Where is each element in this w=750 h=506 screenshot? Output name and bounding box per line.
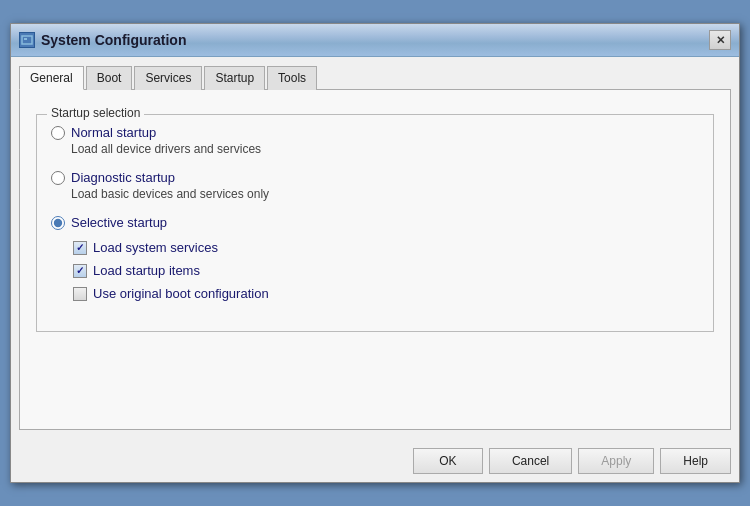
load-startup-items-label: Load startup items [93, 263, 200, 278]
use-original-boot-row: Use original boot configuration [73, 286, 699, 301]
close-button[interactable]: ✕ [709, 30, 731, 50]
window-title: System Configuration [41, 32, 186, 48]
tab-services[interactable]: Services [134, 66, 202, 90]
diagnostic-startup-desc: Load basic devices and services only [71, 187, 699, 201]
selective-sub-options: Load system services Load startup items … [73, 240, 699, 301]
diagnostic-startup-label: Diagnostic startup [71, 170, 175, 185]
diagnostic-startup-row: Diagnostic startup [51, 170, 699, 185]
title-bar-left: System Configuration [19, 32, 186, 48]
load-system-services-checkbox[interactable] [73, 241, 87, 255]
load-system-services-row: Load system services [73, 240, 699, 255]
cancel-button[interactable]: Cancel [489, 448, 572, 474]
use-original-boot-checkbox[interactable] [73, 287, 87, 301]
tab-startup[interactable]: Startup [204, 66, 265, 90]
normal-startup-desc: Load all device drivers and services [71, 142, 699, 156]
apply-button[interactable]: Apply [578, 448, 654, 474]
tab-boot[interactable]: Boot [86, 66, 133, 90]
help-button[interactable]: Help [660, 448, 731, 474]
use-original-boot-label: Use original boot configuration [93, 286, 269, 301]
window-icon [19, 32, 35, 48]
normal-startup-radio[interactable] [51, 126, 65, 140]
load-system-services-label: Load system services [93, 240, 218, 255]
normal-startup-label: Normal startup [71, 125, 156, 140]
tab-tools[interactable]: Tools [267, 66, 317, 90]
selective-startup-row: Selective startup [51, 215, 699, 230]
normal-startup-option: Normal startup Load all device drivers a… [51, 125, 699, 156]
ok-button[interactable]: OK [413, 448, 483, 474]
load-startup-items-row: Load startup items [73, 263, 699, 278]
normal-startup-row: Normal startup [51, 125, 699, 140]
tab-bar: General Boot Services Startup Tools [19, 65, 731, 90]
group-label: Startup selection [47, 106, 144, 120]
selective-startup-label: Selective startup [71, 215, 167, 230]
tab-content-general: Startup selection Normal startup Load al… [19, 90, 731, 430]
window-body: General Boot Services Startup Tools Star… [11, 57, 739, 438]
load-startup-items-checkbox[interactable] [73, 264, 87, 278]
selective-startup-radio[interactable] [51, 216, 65, 230]
startup-selection-group: Startup selection Normal startup Load al… [36, 114, 714, 332]
tab-general[interactable]: General [19, 66, 84, 90]
system-configuration-window: System Configuration ✕ General Boot Serv… [10, 23, 740, 483]
diagnostic-startup-option: Diagnostic startup Load basic devices an… [51, 170, 699, 201]
title-controls: ✕ [709, 30, 731, 50]
footer: OK Cancel Apply Help [11, 438, 739, 482]
diagnostic-startup-radio[interactable] [51, 171, 65, 185]
svg-rect-1 [24, 38, 27, 40]
title-bar: System Configuration ✕ [11, 24, 739, 57]
selective-startup-option: Selective startup Load system services L… [51, 215, 699, 301]
